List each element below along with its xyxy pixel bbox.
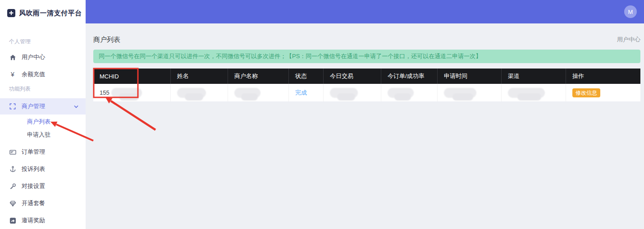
sidebar-item-label: 对接设置 (22, 182, 45, 190)
cell-mchid: 155 (93, 84, 170, 101)
cell-merchant-name (228, 84, 288, 101)
sidebar-item-label: 余额充值 (22, 70, 45, 78)
sidebar-item-label: 用户中心 (22, 53, 45, 61)
notice-banner: 同一个微信号在同一个渠道只可以进件一次，不同微信号可以多次进件；【PS：同一个微… (93, 50, 640, 63)
cell-name (170, 84, 228, 101)
col-header-today-trades: 今日交易 (323, 69, 381, 84)
sidebar: 风吹雨一清支付平台 个人管理 用户中心 ¥ 余额充值 功能列表 商户管理 (0, 0, 86, 229)
table-header-row: MCHID 姓名 商户名称 状态 今日交易 今订单/成功率 申请时间 渠道 操作 (93, 69, 640, 84)
sidebar-item-label: 订单管理 (22, 148, 45, 156)
redacted-value (234, 88, 260, 98)
anchor-icon (9, 165, 16, 173)
col-header-channel: 渠道 (501, 69, 566, 84)
sidebar-section-personal: 个人管理 (0, 37, 86, 46)
cell-orders-success-rate (381, 84, 437, 101)
cell-status: 完成 (288, 84, 323, 101)
status-link[interactable]: 完成 (295, 89, 307, 97)
sidebar-item-label: 商户管理 (22, 102, 45, 110)
redacted-value (444, 88, 476, 98)
cell-actions: 修改信息 (566, 84, 640, 101)
share-icon (9, 217, 16, 224)
col-header-merchant-name: 商户名称 (228, 69, 288, 84)
cell-apply-time (437, 84, 501, 101)
col-header-apply-time: 申请时间 (437, 69, 501, 84)
sidebar-item-user-center[interactable]: 用户中心 (0, 49, 86, 66)
sidebar-subitem-apply-entry[interactable]: 申请入驻 (0, 129, 86, 141)
modify-info-button[interactable]: 修改信息 (572, 88, 600, 97)
topbar: M (86, 0, 644, 23)
sidebar-item-complaint-list[interactable]: 投诉列表 (0, 160, 86, 178)
sidebar-item-label: 开通套餐 (22, 199, 45, 207)
sidebar-item-order-management[interactable]: 订单管理 (0, 143, 86, 160)
sidebar-section-functions: 功能列表 (0, 83, 86, 95)
diamond-icon (9, 200, 16, 207)
app-window: 风吹雨一清支付平台 个人管理 用户中心 ¥ 余额充值 功能列表 商户管理 (0, 0, 644, 229)
merchant-table: MCHID 姓名 商户名称 状态 今日交易 今订单/成功率 申请时间 渠道 操作… (93, 69, 640, 101)
sidebar-item-label: 邀请奖励 (22, 216, 45, 224)
redacted-value (388, 88, 414, 98)
brand: 风吹雨一清支付平台 (0, 0, 86, 26)
yen-icon: ¥ (9, 71, 16, 78)
redacted-value (330, 88, 358, 98)
redacted-value (177, 88, 206, 98)
main-content: 商户列表 用户中心 同一个微信号在同一个渠道只可以进件一次，不同微信号可以多次进… (86, 23, 644, 229)
mchid-value: 155 (100, 89, 110, 96)
content-header: 商户列表 用户中心 (93, 35, 640, 44)
home-icon (9, 54, 16, 61)
chevron-down-icon (74, 105, 78, 108)
col-header-actions: 操作 (566, 69, 640, 84)
col-header-mchid: MCHID (93, 69, 170, 84)
brand-name: 风吹雨一清支付平台 (19, 9, 82, 18)
cell-channel (501, 84, 566, 101)
user-center-link[interactable]: 用户中心 (617, 36, 640, 44)
sidebar-item-integration-settings[interactable]: 对接设置 (0, 178, 86, 195)
sidebar-item-balance-recharge[interactable]: ¥ 余额充值 (0, 66, 86, 83)
table-row: 155 完成 修改信息 (93, 84, 640, 101)
redacted-value (508, 88, 545, 98)
card-icon (9, 148, 16, 156)
brand-logo-icon (7, 9, 15, 17)
cell-today-trades (323, 84, 381, 101)
grid-icon (9, 103, 16, 110)
sidebar-item-invite-rewards[interactable]: 邀请奖励 (0, 212, 86, 229)
col-header-name: 姓名 (170, 69, 228, 84)
sidebar-item-label: 投诉列表 (22, 165, 45, 173)
sidebar-subitem-merchant-list[interactable]: 商户列表 (0, 114, 86, 129)
key-icon (9, 183, 16, 190)
col-header-orders-success-rate: 今订单/成功率 (381, 69, 437, 84)
avatar[interactable]: M (624, 5, 637, 18)
col-header-status: 状态 (288, 69, 323, 84)
redacted-value (111, 88, 142, 98)
sidebar-item-merchant-management[interactable]: 商户管理 (0, 98, 86, 114)
page-title: 商户列表 (93, 36, 120, 44)
sidebar-item-activate-package[interactable]: 开通套餐 (0, 195, 86, 212)
